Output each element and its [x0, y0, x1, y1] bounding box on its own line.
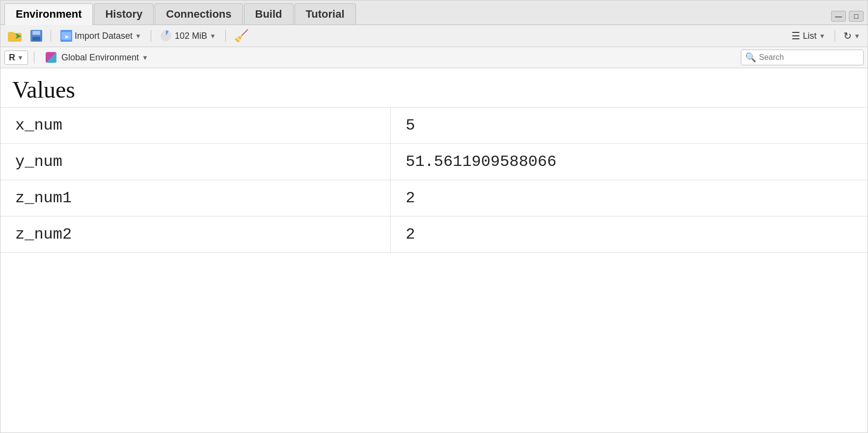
list-label: List — [803, 31, 816, 41]
search-input[interactable] — [759, 53, 859, 62]
refresh-icon: ↻ — [843, 30, 852, 42]
global-env-dropdown-arrow: ▼ — [142, 54, 148, 61]
import-dataset-button[interactable]: ➤ Import Dataset ▼ — [56, 28, 146, 44]
tab-tutorial[interactable]: Tutorial — [295, 3, 356, 25]
rstudio-environment-panel: Environment History Connections Build Tu… — [0, 0, 868, 433]
variable-name: x_num — [0, 108, 391, 144]
memory-dropdown-arrow: ▼ — [210, 32, 216, 40]
tab-environment[interactable]: Environment — [4, 3, 93, 25]
clear-button[interactable]: 🧹 — [231, 27, 252, 45]
tab-connections[interactable]: Connections — [155, 3, 243, 25]
r-dropdown-arrow: ▼ — [17, 54, 24, 61]
table-row: z_num1 2 — [0, 180, 868, 216]
environment-row: R ▼ Global Environment ▼ 🔍 — [0, 47, 868, 68]
variable-name: z_num2 — [0, 216, 391, 253]
save-button[interactable] — [27, 28, 46, 44]
save-icon — [30, 30, 42, 42]
separator-1 — [51, 30, 51, 42]
memory-button[interactable]: 102 MiB ▼ — [156, 28, 220, 43]
broom-icon: 🧹 — [234, 29, 249, 43]
refresh-button[interactable]: ↻ ▼ — [840, 28, 864, 44]
tab-bar: Environment History Connections Build Tu… — [0, 0, 868, 25]
tab-history[interactable]: History — [94, 3, 154, 25]
refresh-dropdown-arrow: ▼ — [854, 32, 860, 40]
memory-icon — [161, 30, 171, 41]
separator-4 — [835, 30, 835, 42]
global-env-label: Global Environment — [61, 53, 139, 63]
list-dropdown-arrow: ▼ — [819, 32, 825, 40]
import-dataset-dropdown-arrow: ▼ — [135, 32, 141, 40]
search-box: 🔍 — [741, 50, 864, 65]
variable-value: 2 — [391, 216, 868, 253]
separator-3 — [225, 30, 226, 42]
toolbar: ➤ ➤ Import Dataset ▼ 102 MiB ▼ — [0, 25, 868, 47]
table-row: z_num2 2 — [0, 216, 868, 253]
values-section: Values x_num 5 y_num 51.5611909588066 z_… — [0, 68, 868, 433]
values-header: Values — [0, 68, 868, 108]
memory-label: 102 MiB — [175, 31, 207, 41]
import-dataset-icon: ➤ — [60, 30, 72, 42]
list-button[interactable]: ☰ List ▼ — [787, 28, 830, 44]
global-env-icon — [46, 52, 56, 63]
env-separator — [34, 52, 34, 63]
import-dataset-label: Import Dataset — [75, 31, 133, 41]
global-environment-button[interactable]: Global Environment ▼ — [40, 50, 154, 65]
r-language-button[interactable]: R ▼ — [4, 51, 28, 65]
search-icon: 🔍 — [745, 52, 756, 63]
variables-table: x_num 5 y_num 51.5611909588066 z_num1 2 … — [0, 108, 868, 253]
table-row: y_num 51.5611909588066 — [0, 144, 868, 180]
variable-value: 51.5611909588066 — [391, 144, 868, 180]
tab-build[interactable]: Build — [244, 3, 294, 25]
window-controls: — □ — [831, 11, 864, 25]
minimize-button[interactable]: — — [831, 11, 846, 22]
variable-name: y_num — [0, 144, 391, 180]
open-folder-button[interactable]: ➤ — [4, 28, 25, 44]
variable-value: 5 — [391, 108, 868, 144]
variable-name: z_num1 — [0, 180, 391, 216]
list-icon: ☰ — [791, 30, 800, 42]
variable-value: 2 — [391, 180, 868, 216]
maximize-button[interactable]: □ — [849, 11, 864, 22]
r-language-label: R — [9, 53, 15, 63]
separator-2 — [151, 30, 151, 42]
open-folder-icon: ➤ — [8, 30, 22, 42]
table-row: x_num 5 — [0, 108, 868, 144]
